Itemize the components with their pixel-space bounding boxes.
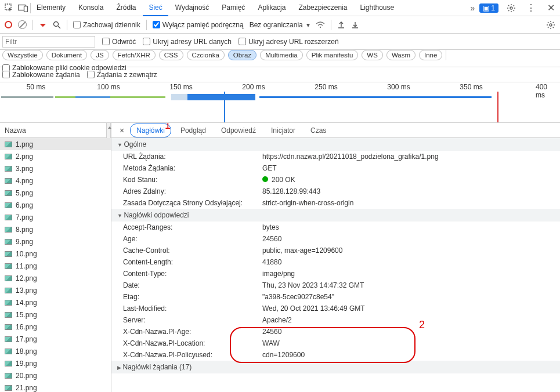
hide-ext-urls-checkbox[interactable]: Ukryj adresy URL rozszerzeń <box>239 38 339 46</box>
close-detail-icon[interactable]: × <box>116 126 128 135</box>
file-name: 17.png <box>16 335 37 343</box>
file-row[interactable]: 8.png <box>0 223 111 235</box>
file-row[interactable]: 14.png <box>0 296 111 308</box>
filter-icon[interactable]: ⏷ <box>39 20 47 30</box>
header-value: https://cdn.nazwa.pl/20211018_podzielona… <box>262 153 439 161</box>
file-row[interactable]: 21.png <box>0 382 111 392</box>
file-row[interactable]: 10.png <box>0 248 111 260</box>
chip-wasm[interactable]: Wasm <box>386 50 416 60</box>
file-row[interactable]: 7.png <box>0 211 111 223</box>
header-key: X-Cdn-Nazwa.Pl-Location: <box>123 339 262 347</box>
network-toolbar: ⏷ Zachowaj dziennik Wyłącz pamięć podręc… <box>0 16 560 34</box>
tab-wydajność[interactable]: Wydajność <box>169 0 215 16</box>
search-icon[interactable] <box>53 21 61 29</box>
file-row[interactable]: 18.png <box>0 345 111 357</box>
detail-tab-czas[interactable]: Czas <box>305 124 332 137</box>
image-file-icon <box>5 202 12 208</box>
tab-pamięć[interactable]: Pamięć <box>216 0 251 16</box>
chip-inne[interactable]: Inne <box>419 50 442 60</box>
hide-data-urls-checkbox[interactable]: Ukryj adresy URL danych <box>143 38 232 46</box>
record-icon[interactable] <box>5 21 12 28</box>
header-row: Date:Thu, 23 Nov 2023 14:47:32 GMT <box>111 280 560 291</box>
image-file-icon <box>5 239 12 245</box>
header-key: Adres Zdalny: <box>123 187 262 195</box>
tab-źródła[interactable]: Źródła <box>110 0 142 16</box>
more-tabs-icon[interactable]: » <box>465 1 479 15</box>
main-split: Nazwa 1.png2.png3.png4.png5.png6.png7.pn… <box>0 123 560 392</box>
chip-czcionka[interactable]: Czcionka <box>187 50 225 60</box>
detail-tab-odpowiedź[interactable]: Odpowiedź <box>215 124 262 137</box>
file-row[interactable]: 16.png <box>0 321 111 333</box>
filter-row: Odwróć Ukryj adresy URL danych Ukryj adr… <box>0 34 560 50</box>
separator <box>331 20 331 30</box>
section-request-headers[interactable]: Nagłówki żądania (17) <box>111 361 560 373</box>
file-row[interactable]: 20.png <box>0 369 111 382</box>
file-row[interactable]: 9.png <box>0 235 111 248</box>
detail-tabs: × NagłówkiPodglądOdpowiedźInicjatorCzas … <box>111 123 560 138</box>
file-row[interactable]: 1.png <box>0 138 111 150</box>
download-icon[interactable] <box>351 21 359 29</box>
chip-css[interactable]: CSS <box>159 50 183 60</box>
section-response-headers[interactable]: Nagłówki odpowiedzi <box>111 209 560 222</box>
tab-sieć[interactable]: Sieć <box>143 0 168 16</box>
close-icon[interactable]: ✕ <box>544 1 558 15</box>
wifi-icon[interactable] <box>316 21 325 28</box>
preserve-log-checkbox[interactable]: Zachowaj dziennik <box>73 21 140 29</box>
chip-fetch/xhr[interactable]: Fetch/XHR <box>113 50 156 60</box>
detail-tab-inicjator[interactable]: Inicjator <box>265 124 301 137</box>
header-row: Metoda Żądania:GET <box>111 162 560 174</box>
file-row[interactable]: 5.png <box>0 187 111 199</box>
kebab-icon[interactable]: ⋮ <box>524 1 538 15</box>
tab-lighthouse[interactable]: Lighthouse <box>354 0 400 16</box>
chip-dokument[interactable]: Dokument <box>46 50 87 60</box>
file-name: 21.png <box>16 384 37 392</box>
file-row[interactable]: 6.png <box>0 199 111 211</box>
upload-icon[interactable] <box>337 21 345 29</box>
chip-js[interactable]: JS <box>91 50 109 60</box>
chip-multimedia[interactable]: Multimedia <box>260 50 303 60</box>
section-general[interactable]: Ogólne <box>111 138 560 151</box>
tab-aplikacja[interactable]: Aplikacja <box>252 0 291 16</box>
file-row[interactable]: 2.png <box>0 150 111 162</box>
blocked-requests-checkbox[interactable]: Zablokowane żądania <box>2 71 80 79</box>
gear-icon[interactable] <box>546 20 555 30</box>
gear-icon[interactable] <box>504 1 518 15</box>
header-row: Server:Apache/2 <box>111 314 560 326</box>
header-row: Last-Modified:Wed, 20 Oct 2021 13:46:49 … <box>111 303 560 314</box>
throttling-select[interactable]: Bez ograniczania ▾ <box>250 21 310 29</box>
file-name: 14.png <box>16 299 37 307</box>
header-row: Etag:"a398-5cec9027c8e54" <box>111 291 560 303</box>
file-row[interactable]: 4.png <box>0 175 111 187</box>
timeline[interactable]: 50 ms100 ms150 ms200 ms250 ms300 ms350 m… <box>0 82 560 123</box>
tab-zabezpieczenia[interactable]: Zabezpieczenia <box>292 0 353 16</box>
issues-badge[interactable]: ▣1 <box>479 3 498 13</box>
header-key: Last-Modified: <box>123 304 262 313</box>
header-key: Age: <box>123 235 262 243</box>
file-row[interactable]: 19.png <box>0 357 111 369</box>
device-icon[interactable] <box>16 1 30 15</box>
disable-cache-checkbox[interactable]: Wyłącz pamięć podręczną <box>153 21 244 29</box>
tab-elementy[interactable]: Elementy <box>31 0 71 16</box>
header-value: bytes <box>262 223 279 231</box>
file-row[interactable]: 12.png <box>0 272 111 284</box>
third-party-checkbox[interactable]: Żądania z zewnątrz <box>87 71 157 79</box>
file-row[interactable]: 17.png <box>0 333 111 345</box>
chip-plik manifestu[interactable]: Plik manifestu <box>306 50 359 60</box>
file-row[interactable]: 11.png <box>0 260 111 272</box>
detail-tab-podgląd[interactable]: Podgląd <box>175 124 212 137</box>
file-row[interactable]: 15.png <box>0 308 111 321</box>
tick: 350 ms <box>460 83 482 91</box>
tab-konsola[interactable]: Konsola <box>73 0 109 16</box>
file-name: 3.png <box>16 165 33 173</box>
filter-input[interactable] <box>2 36 95 48</box>
chip-wszystkie[interactable]: Wszystkie <box>2 50 43 60</box>
header-row: Content-Length:41880 <box>111 256 560 268</box>
chip-obraz[interactable]: Obraz <box>228 50 256 60</box>
clear-icon[interactable] <box>18 20 27 29</box>
file-row[interactable]: 3.png <box>0 162 111 175</box>
inspect-icon[interactable] <box>2 1 16 15</box>
file-row[interactable]: 13.png <box>0 284 111 296</box>
invert-checkbox[interactable]: Odwróć <box>102 38 136 46</box>
name-column-header[interactable]: Nazwa <box>0 123 106 138</box>
chip-ws[interactable]: WS <box>362 50 383 60</box>
